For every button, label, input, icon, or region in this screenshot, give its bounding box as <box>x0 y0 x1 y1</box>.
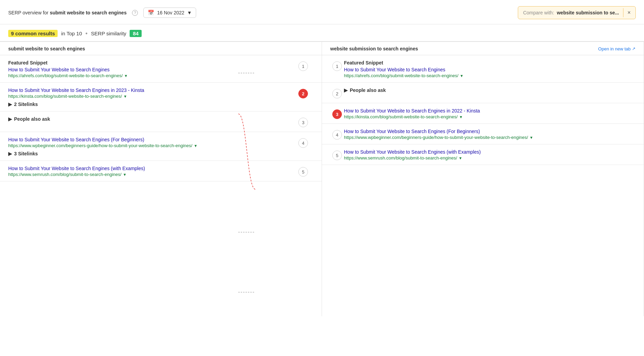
triangle-icon-paa: ▶ <box>8 116 12 122</box>
right-row-3: 3 How to Submit Your Website to Search E… <box>322 103 644 124</box>
left-result-4-link[interactable]: How to Submit Your Website to Search Eng… <box>8 137 293 142</box>
open-new-tab-text: Open in new tab <box>598 46 631 51</box>
featured-snippet-label-left: Featured Snippet <box>8 60 293 66</box>
url-arrow-icon-r5: ▼ <box>458 156 462 160</box>
serp-similarity-label: SERP similarity <box>91 31 126 36</box>
right-column: website submission to search engines Ope… <box>322 42 644 316</box>
page-title: SERP overview for submit website to sear… <box>8 10 127 15</box>
right-result-2-content: ▶ People also ask <box>344 87 635 93</box>
right-result-5-link[interactable]: How to Submit Your Website to Search Eng… <box>344 149 635 155</box>
rank-badge-2-right: 2 <box>332 89 342 98</box>
people-ask-label-left[interactable]: ▶ People also ask <box>8 116 293 122</box>
right-row-4: 4 How to Submit Your Website to Search E… <box>322 124 644 144</box>
left-rank-3-area: 3 <box>293 116 313 127</box>
right-rank-1-area: 1 <box>330 60 344 71</box>
url-arrow-icon: ▼ <box>124 74 128 78</box>
query-text: submit website to search engines <box>50 10 127 15</box>
rank-badge-3-left: 3 <box>298 118 308 127</box>
left-row-3: ▶ People also ask 3 <box>0 111 322 132</box>
date-value: 16 Nov 2022 <box>157 10 184 15</box>
rank-badge-4-left: 4 <box>298 138 308 148</box>
url-arrow-icon-5: ▼ <box>123 173 127 177</box>
right-result-1-content: Featured Snippet How to Submit Your Webs… <box>344 60 635 78</box>
chevron-down-icon: ▼ <box>187 10 192 15</box>
compare-close-button[interactable]: × <box>623 8 632 17</box>
left-column-header: submit website to search engines <box>0 42 322 55</box>
left-result-4-url: https://www.wpbeginner.com/beginners-gui… <box>8 143 293 148</box>
left-result-2-content: How to Submit Your Website to Search Eng… <box>8 87 293 107</box>
left-result-5-url: https://www.semrush.com/blog/submit-to-s… <box>8 172 293 177</box>
left-column-title: submit website to search engines <box>8 46 85 51</box>
right-column-title: website submission to search engines <box>330 46 418 51</box>
main-content: submit website to search engines Feature… <box>0 41 644 316</box>
sitelinks-label-left[interactable]: ▶ 2 Sitelinks <box>8 102 293 107</box>
in-top-text: in Top 10 <box>61 31 82 36</box>
right-result-1-url: https://ahrefs.com/blog/submit-website-t… <box>344 73 635 78</box>
rank-badge-3-right: 3 <box>332 109 342 119</box>
left-result-1-link[interactable]: How to Submit Your Website to Search Eng… <box>8 67 293 72</box>
rank-badge-4-right: 4 <box>332 130 342 140</box>
similarity-score-badge: 84 <box>130 30 142 37</box>
url-arrow-icon-r3: ▼ <box>459 115 463 119</box>
rank-badge-5-right: 5 <box>332 151 342 160</box>
left-column: submit website to search engines Feature… <box>0 42 322 316</box>
right-rank-4-area: 4 <box>330 129 344 140</box>
right-result-4-content: How to Submit Your Website to Search Eng… <box>344 129 635 140</box>
left-result-2-link[interactable]: How to Submit Your Website to Search Eng… <box>8 87 293 93</box>
sitelinks-label-3-left[interactable]: ▶ 3 Sitelinks <box>8 151 293 156</box>
right-result-5-content: How to Submit Your Website to Search Eng… <box>344 149 635 161</box>
right-result-3-link[interactable]: How to Submit Your Website to Search Eng… <box>344 108 635 114</box>
url-arrow-icon-2: ▼ <box>123 94 127 98</box>
right-result-3-url: https://kinsta.com/blog/submit-website-t… <box>344 114 635 119</box>
featured-snippet-label-right: Featured Snippet <box>344 60 635 66</box>
triangle-icon-3: ▶ <box>8 151 12 156</box>
rank-badge-2-left: 2 <box>298 89 308 98</box>
help-icon[interactable]: ? <box>132 10 138 16</box>
left-row-5: How to Submit Your Website to Search Eng… <box>0 161 322 181</box>
summary-bar: 9 common results in Top 10 • SERP simila… <box>0 24 644 41</box>
right-result-1-link[interactable]: How to Submit Your Website to Search Eng… <box>344 67 635 72</box>
right-rank-3-area: 3 <box>330 108 344 119</box>
left-rank-2-area: 2 <box>293 87 313 98</box>
right-rank-2-area: 2 <box>330 87 344 98</box>
left-row-2: How to Submit Your Website to Search Eng… <box>0 83 322 111</box>
triangle-icon-r2: ▶ <box>344 87 348 93</box>
left-result-5-link[interactable]: How to Submit Your Website to Search Eng… <box>8 166 293 171</box>
rank-badge-5-left: 5 <box>298 167 308 177</box>
left-row-1: Featured Snippet How to Submit Your Webs… <box>0 55 322 83</box>
left-row-4: How to Submit Your Website to Search Eng… <box>0 132 322 161</box>
right-result-4-link[interactable]: How to Submit Your Website to Search Eng… <box>344 129 635 134</box>
left-result-1-content: Featured Snippet How to Submit Your Webs… <box>8 60 293 78</box>
compare-value: website submission to se... <box>557 10 619 15</box>
left-result-3-content: ▶ People also ask <box>8 116 293 122</box>
right-result-3-content: How to Submit Your Website to Search Eng… <box>344 108 635 119</box>
rank-badge-1-left: 1 <box>298 61 308 71</box>
url-arrow-icon-4: ▼ <box>194 144 198 148</box>
left-result-1-url: https://ahrefs.com/blog/submit-website-t… <box>8 73 293 78</box>
right-row-1: 1 Featured Snippet How to Submit Your We… <box>322 55 644 83</box>
people-ask-label-right[interactable]: ▶ People also ask <box>344 87 635 93</box>
rank-badge-1-right: 1 <box>332 61 342 71</box>
left-rank-5-area: 5 <box>293 166 313 177</box>
compare-label: Compare with: <box>523 10 554 15</box>
left-result-2-url: https://kinsta.com/blog/submit-website-t… <box>8 94 293 99</box>
right-result-4-url: https://www.wpbeginner.com/beginners-gui… <box>344 135 635 140</box>
date-picker[interactable]: 📅 16 Nov 2022 ▼ <box>143 8 196 18</box>
open-new-tab-link[interactable]: Open in new tab ↗ <box>598 46 635 51</box>
calendar-icon: 📅 <box>148 10 154 16</box>
right-row-2: 2 ▶ People also ask <box>322 83 644 103</box>
page-header: SERP overview for submit website to sear… <box>0 0 644 24</box>
right-column-header: website submission to search engines Ope… <box>322 42 644 55</box>
left-rank-4-area: 4 <box>293 137 313 148</box>
url-arrow-icon-r1: ▼ <box>460 74 464 78</box>
right-row-5: 5 How to Submit Your Website to Search E… <box>322 144 644 165</box>
right-rank-5-area: 5 <box>330 149 344 160</box>
left-result-5-content: How to Submit Your Website to Search Eng… <box>8 166 293 177</box>
triangle-icon: ▶ <box>8 102 12 107</box>
dot-separator: • <box>85 31 87 37</box>
right-result-5-url: https://www.semrush.com/blog/submit-to-s… <box>344 155 635 161</box>
left-result-4-content: How to Submit Your Website to Search Eng… <box>8 137 293 156</box>
compare-box: Compare with: website submission to se..… <box>518 6 636 19</box>
common-results-badge: 9 common results <box>8 30 58 37</box>
url-arrow-icon-r4: ▼ <box>529 135 533 140</box>
